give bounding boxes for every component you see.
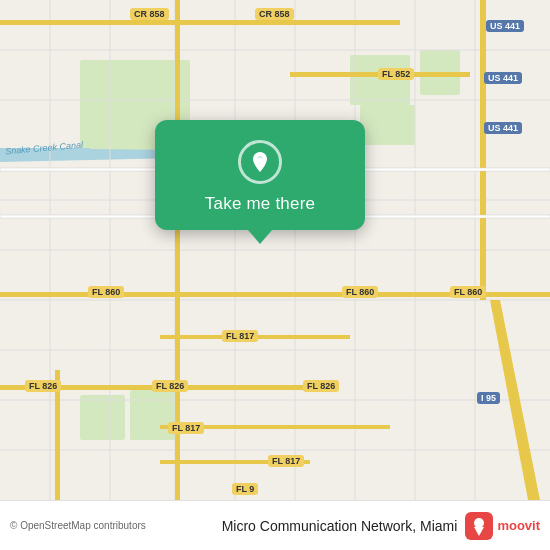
location-title: Micro Communication Network, Miami bbox=[222, 518, 458, 534]
bottom-bar: © OpenStreetMap contributors Micro Commu… bbox=[0, 500, 550, 550]
take-me-there-label: Take me there bbox=[205, 194, 315, 214]
road-label-fl860-3: FL 860 bbox=[450, 286, 486, 298]
svg-rect-26 bbox=[0, 20, 400, 25]
svg-rect-4 bbox=[360, 105, 415, 145]
svg-rect-2 bbox=[350, 55, 410, 105]
road-label-us441-2: US 441 bbox=[484, 72, 522, 84]
moovit-text: moovit bbox=[497, 518, 540, 533]
map-container: Snake Creek Canal CR 858 CR 858 US 441 F… bbox=[0, 0, 550, 500]
road-label-cr858-1: CR 858 bbox=[130, 8, 169, 20]
road-label-us441-3: US 441 bbox=[484, 122, 522, 134]
moovit-logo: moovit bbox=[465, 512, 540, 540]
road-label-i95: I 95 bbox=[477, 392, 500, 404]
svg-point-41 bbox=[474, 518, 484, 528]
road-label-fl860-1: FL 860 bbox=[88, 286, 124, 298]
map-svg bbox=[0, 0, 550, 500]
road-label-fl826-1: FL 826 bbox=[25, 380, 61, 392]
road-label-fl860-2: FL 860 bbox=[342, 286, 378, 298]
road-label-cr858-2: CR 858 bbox=[255, 8, 294, 20]
svg-rect-6 bbox=[80, 395, 125, 440]
take-me-there-popup[interactable]: Take me there bbox=[155, 120, 365, 230]
moovit-icon bbox=[465, 512, 493, 540]
road-label-fl826-2: FL 826 bbox=[152, 380, 188, 392]
svg-rect-33 bbox=[480, 0, 486, 300]
road-label-us441-1: US 441 bbox=[486, 20, 524, 32]
road-label-fl817-2: FL 817 bbox=[168, 422, 204, 434]
road-label-fl9: FL 9 bbox=[232, 483, 258, 495]
road-label-fl817-1: FL 817 bbox=[222, 330, 258, 342]
location-icon-circle bbox=[238, 140, 282, 184]
road-label-fl817-3: FL 817 bbox=[268, 455, 304, 467]
road-label-fl826-3: FL 826 bbox=[303, 380, 339, 392]
location-pin-icon bbox=[248, 150, 272, 174]
copyright-text: © OpenStreetMap contributors bbox=[10, 520, 214, 531]
road-label-fl852: FL 852 bbox=[378, 68, 414, 80]
